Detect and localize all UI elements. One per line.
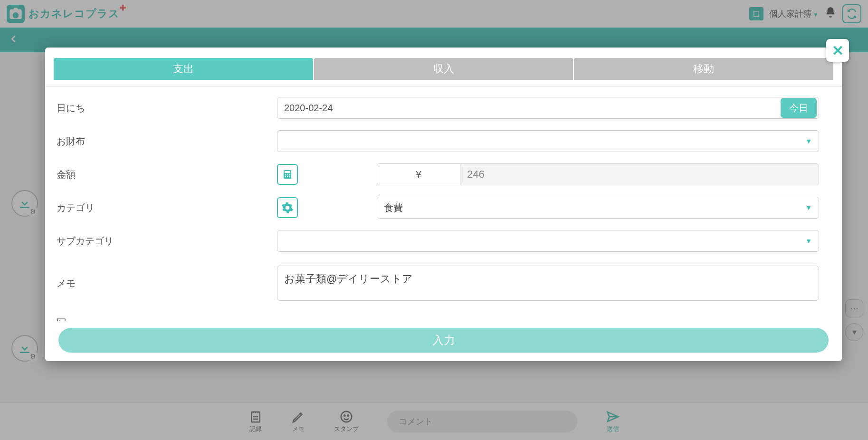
svg-point-10 (287, 176, 288, 177)
label-date: 日にち (54, 102, 277, 115)
label-memo: メモ (54, 266, 277, 290)
svg-rect-5 (285, 171, 290, 173)
label-photo: 写 (54, 316, 277, 322)
category-select[interactable]: 食費 ▼ (377, 197, 819, 219)
label-wallet: お財布 (54, 135, 277, 148)
wallet-select[interactable]: ▼ (277, 130, 819, 152)
subcategory-select[interactable]: ▼ (277, 230, 819, 252)
entry-modal: 支出 収入 移動 日にち 2020-02-24 今日 お財布 ▼ (45, 48, 842, 361)
amount-input[interactable]: ¥ 246 (377, 163, 819, 185)
date-input[interactable]: 2020-02-24 今日 (277, 97, 819, 119)
today-button[interactable]: 今日 (781, 98, 817, 118)
svg-point-9 (285, 176, 286, 177)
submit-button[interactable]: 入力 (58, 328, 829, 353)
close-icon: ✕ (832, 42, 844, 59)
label-subcategory: サブカテゴリ (54, 235, 277, 248)
tab-expense[interactable]: 支出 (54, 58, 313, 80)
entry-type-tabs: 支出 収入 移動 (45, 48, 842, 80)
calculator-button[interactable] (277, 164, 298, 185)
chevron-down-icon: ▼ (805, 137, 812, 145)
svg-point-8 (289, 174, 290, 175)
currency-symbol: ¥ (377, 164, 460, 185)
svg-point-7 (287, 174, 288, 175)
tab-transfer[interactable]: 移動 (574, 58, 833, 80)
svg-point-11 (289, 176, 290, 177)
form-scroll-area[interactable]: 日にち 2020-02-24 今日 お財布 ▼ 金額 (45, 87, 842, 321)
label-amount: 金額 (54, 168, 277, 181)
label-category: カテゴリ (54, 201, 277, 214)
chevron-down-icon: ▼ (805, 237, 812, 245)
category-settings-button[interactable] (277, 197, 298, 218)
chevron-down-icon: ▼ (805, 204, 812, 211)
close-button[interactable]: ✕ (826, 39, 849, 62)
memo-input[interactable]: お菓子類@デイリーストア (277, 266, 819, 301)
svg-point-6 (285, 174, 286, 175)
amount-value[interactable]: 246 (460, 164, 819, 185)
tab-income[interactable]: 収入 (314, 58, 573, 80)
